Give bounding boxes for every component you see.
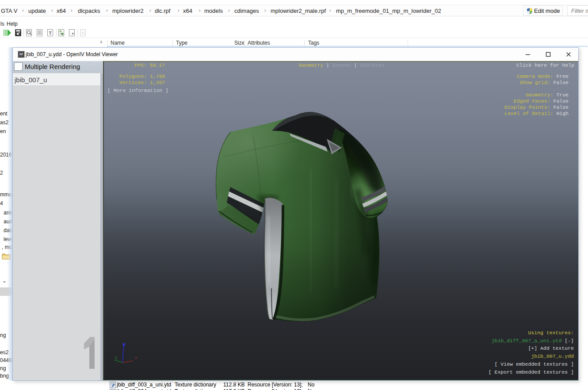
svg-text:T: T	[49, 31, 52, 35]
svg-text:y: y	[115, 356, 118, 360]
svg-text:x: x	[135, 356, 137, 360]
